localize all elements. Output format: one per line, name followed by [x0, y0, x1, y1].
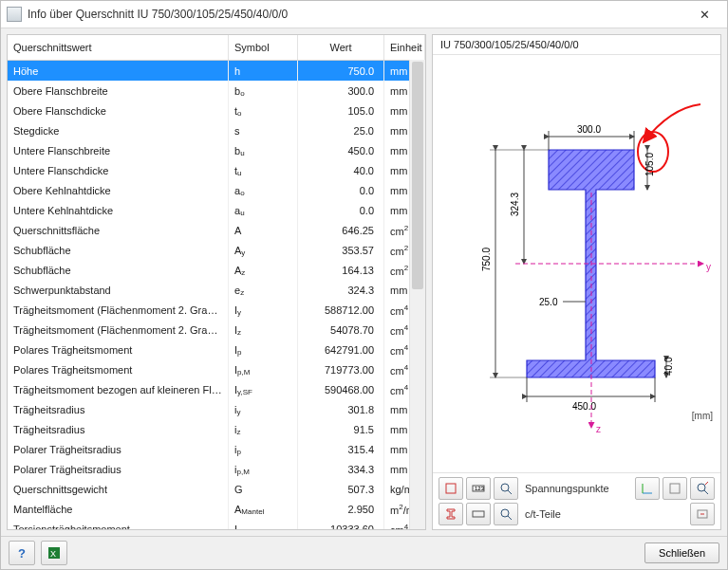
svg-text:450.0: 450.0 [572, 401, 596, 412]
section-label: IU 750/300/105/25/450/40/0/0 [433, 35, 720, 55]
svg-rect-34 [670, 484, 680, 493]
export-icon[interactable] [690, 503, 715, 525]
svg-line-31 [508, 490, 512, 494]
print-icon[interactable] [690, 477, 715, 500]
app-icon [7, 7, 22, 22]
table-row[interactable]: Polarer Trägheitsradiusip,M334.3mm [8, 459, 425, 479]
row1-label: Spannungspunkte [525, 483, 632, 494]
svg-line-40 [508, 516, 512, 520]
table-row[interactable]: SchubflächeAz164.13cm2 [8, 260, 425, 280]
grid-icon[interactable] [663, 477, 687, 500]
col-unit[interactable]: Einheit [384, 35, 425, 61]
table-row[interactable]: Untere Kehlnahtdickeau0.0mm [8, 200, 425, 220]
svg-text:z: z [596, 424, 601, 434]
section-preview[interactable]: 300.0 105.0 750.0 324.3 25.0 [433, 55, 720, 472]
titlebar: Info über Querschnitt IU 750/300/105/25/… [1, 1, 727, 28]
svg-text:X: X [50, 549, 56, 559]
table-row[interactable]: Obere Flanschbreitebo300.0mm [8, 81, 425, 101]
table-row[interactable]: SchubflächeAy353.57cm2 [8, 240, 425, 260]
svg-text:y: y [706, 262, 711, 272]
preview-panel: IU 750/300/105/25/450/40/0/0 [432, 34, 721, 530]
table-row[interactable]: Obere Flanschdicketo105.0mm [8, 101, 425, 120]
zoom-icon[interactable] [494, 477, 518, 500]
dims-icon[interactable] [439, 477, 463, 500]
table-row[interactable]: Schwerpunktabstandez324.3mm [8, 280, 425, 300]
table-row[interactable]: Untere Flanschdicketu40.0mm [8, 160, 425, 180]
table-row[interactable]: Obere Kehlnahtdickeao0.0mm [8, 180, 425, 200]
values-icon[interactable]: 123 [466, 477, 491, 500]
col-symbol[interactable]: Symbol [229, 35, 298, 61]
table-row[interactable]: Polarer Trägheitsradiusip315.4mm [8, 439, 425, 459]
svg-rect-38 [473, 511, 484, 517]
svg-line-37 [705, 482, 708, 485]
table-row[interactable]: TorsionsträgheitsmomentIt10333.60cm4 [8, 519, 425, 529]
table-row[interactable]: Höheh750.0mm [8, 61, 425, 82]
svg-text:324.3: 324.3 [510, 193, 520, 216]
dialog-footer: ? X Schließen [1, 536, 727, 569]
table-row[interactable]: Stegdickes25.0mm [8, 120, 425, 140]
svg-text:123: 123 [475, 486, 485, 491]
svg-point-39 [501, 509, 509, 517]
col-name[interactable]: Querschnittswert [8, 35, 229, 61]
table-row[interactable]: Trägheitsmoment (Flächenmoment 2. Grades… [8, 320, 425, 340]
table-row[interactable]: MantelflächeAMantel2.950m2/m [8, 499, 425, 519]
excel-button[interactable]: X [41, 541, 67, 565]
table-row[interactable]: Trägheitsradiusiy301.8mm [8, 399, 425, 419]
svg-point-35 [698, 484, 705, 491]
zoom2-icon[interactable] [494, 503, 518, 525]
properties-panel: Querschnittswert Symbol Wert Einheit Höh… [7, 34, 426, 530]
svg-line-36 [704, 490, 708, 494]
unit-label: [mm] [692, 411, 713, 421]
table-row[interactable]: Polares TrägheitsmomentIp,M719773.00cm4 [8, 359, 425, 379]
svg-text:40.0: 40.0 [663, 357, 674, 376]
svg-text:300.0: 300.0 [577, 124, 601, 135]
properties-table[interactable]: Querschnittswert Symbol Wert Einheit Höh… [8, 35, 425, 529]
col-value[interactable]: Wert [298, 35, 384, 61]
svg-point-30 [501, 484, 509, 491]
svg-rect-27 [446, 484, 456, 493]
values2-icon[interactable] [466, 503, 491, 525]
axis-icon[interactable] [635, 477, 660, 500]
table-row[interactable]: QuerschnittsflächeA646.25cm2 [8, 220, 425, 240]
table-scrollbar[interactable] [409, 60, 425, 529]
window-title: Info über Querschnitt IU 750/300/105/25/… [28, 8, 687, 21]
preview-toolbar: 123 Spannungspunkte c/t-Teile [433, 472, 720, 529]
svg-text:25.0: 25.0 [539, 297, 558, 307]
help-button[interactable]: ? [9, 541, 35, 565]
table-row[interactable]: Polares TrägheitsmomentIp642791.00cm4 [8, 340, 425, 359]
close-button[interactable]: Schließen [644, 542, 719, 563]
table-row[interactable]: QuerschnittsgewichtG507.3kg/m [8, 479, 425, 499]
window-close-button[interactable]: ✕ [687, 8, 721, 22]
section-icon[interactable] [439, 503, 463, 525]
table-row[interactable]: Trägheitsradiusiz91.5mm [8, 419, 425, 439]
svg-text:750.0: 750.0 [481, 248, 492, 271]
table-row[interactable]: Trägheitsmoment bezogen auf kleineren Fl… [8, 379, 425, 399]
table-row[interactable]: Untere Flanschbreitebu450.0mm [8, 140, 425, 160]
table-row[interactable]: Trägheitsmoment (Flächenmoment 2. Grades… [8, 300, 425, 320]
row2-label: c/t-Teile [525, 508, 687, 520]
